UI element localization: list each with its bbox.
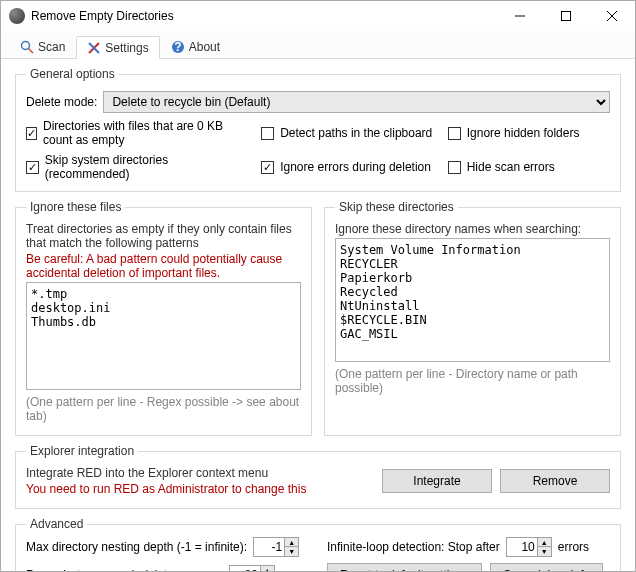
question-icon: ? (171, 40, 185, 54)
skip-dirs-legend: Skip these directories (335, 200, 458, 214)
general-legend: General options (26, 67, 119, 81)
skip-dirs-hint: (One pattern per line - Directory name o… (335, 367, 610, 395)
pause-label: Pause between each delete process: (26, 568, 223, 571)
tab-about-label: About (189, 40, 220, 54)
explorer-warn: You need to run RED as Administrator to … (26, 482, 374, 496)
loop-input[interactable] (507, 538, 537, 556)
app-icon (9, 8, 25, 24)
tabbar: Scan Settings ? About (1, 31, 635, 59)
tab-settings-label: Settings (105, 41, 148, 55)
explorer-integration-group: Explorer integration Integrate RED into … (15, 444, 621, 509)
tab-settings[interactable]: Settings (76, 36, 159, 59)
ignore-files-textarea[interactable] (26, 282, 301, 390)
checkbox-detect-clipboard[interactable]: Detect paths in the clipboard (261, 119, 440, 147)
titlebar: Remove Empty Directories (1, 1, 635, 31)
explorer-desc: Integrate RED into the Explorer context … (26, 466, 374, 480)
delete-mode-select[interactable]: Delete to recycle bin (Default) (103, 91, 610, 113)
checkmark-icon (26, 161, 39, 174)
tab-scan[interactable]: Scan (9, 35, 76, 58)
checkbox-hide-errors[interactable]: Hide scan errors (448, 153, 610, 181)
ignore-files-desc: Treat directories as empty if they only … (26, 222, 301, 250)
skip-dirs-textarea[interactable] (335, 238, 610, 362)
magnifier-icon (20, 40, 34, 54)
ignore-files-warning: Be careful: A bad pattern could potentia… (26, 252, 301, 280)
ignore-files-group: Ignore these files Treat directories as … (15, 200, 312, 436)
delete-mode-label: Delete mode: (26, 95, 97, 109)
tab-about[interactable]: ? About (160, 35, 231, 58)
reset-defaults-button[interactable]: Reset to default settings (327, 563, 482, 571)
loop-stepper[interactable]: ▲▼ (506, 537, 552, 557)
spin-down-icon[interactable]: ▼ (284, 547, 298, 556)
max-depth-input[interactable] (254, 538, 284, 556)
spin-down-icon[interactable]: ▼ (537, 547, 551, 556)
skip-dirs-desc: Ignore these directory names when search… (335, 222, 610, 236)
svg-rect-1 (562, 12, 571, 21)
svg-point-4 (22, 42, 30, 50)
remove-button[interactable]: Remove (500, 469, 610, 493)
max-depth-stepper[interactable]: ▲▼ (253, 537, 299, 557)
checkmark-icon (261, 161, 274, 174)
loop-label: Infinite-loop detection: Stop after (327, 540, 500, 554)
tab-scan-label: Scan (38, 40, 65, 54)
minimize-button[interactable] (497, 1, 543, 31)
checkbox-ignore-errors[interactable]: Ignore errors during deletion (261, 153, 440, 181)
ignore-files-hint: (One pattern per line - Regex possible -… (26, 395, 301, 423)
spin-up-icon[interactable]: ▲ (537, 538, 551, 547)
general-options-group: General options Delete mode: Delete to r… (15, 67, 621, 192)
tools-icon (87, 41, 101, 55)
checkmark-icon (26, 127, 37, 140)
spin-up-icon[interactable]: ▲ (284, 538, 298, 547)
svg-line-5 (29, 49, 34, 54)
checkbox-skip-system[interactable]: Skip system directories (recommended) (26, 153, 253, 181)
loop-unit: errors (558, 540, 589, 554)
window-title: Remove Empty Directories (31, 9, 497, 23)
skip-dirs-group: Skip these directories Ignore these dire… (324, 200, 621, 436)
advanced-legend: Advanced (26, 517, 87, 531)
spin-up-icon[interactable]: ▲ (260, 566, 274, 571)
svg-text:?: ? (174, 40, 181, 54)
explorer-legend: Explorer integration (26, 444, 138, 458)
max-depth-label: Max directory nesting depth (-1 = infini… (26, 540, 247, 554)
integrate-button[interactable]: Integrate (382, 469, 492, 493)
close-button[interactable] (589, 1, 635, 31)
checkbox-zero-kb[interactable]: Directories with files that are 0 KB cou… (26, 119, 253, 147)
pause-input[interactable] (230, 566, 260, 571)
maximize-button[interactable] (543, 1, 589, 31)
copy-debug-button[interactable]: Copy debug info (490, 563, 603, 571)
pause-unit: ms (281, 568, 297, 571)
pause-stepper[interactable]: ▲▼ (229, 565, 275, 571)
advanced-group: Advanced Max directory nesting depth (-1… (15, 517, 621, 571)
ignore-files-legend: Ignore these files (26, 200, 125, 214)
checkbox-ignore-hidden[interactable]: Ignore hidden folders (448, 119, 610, 147)
